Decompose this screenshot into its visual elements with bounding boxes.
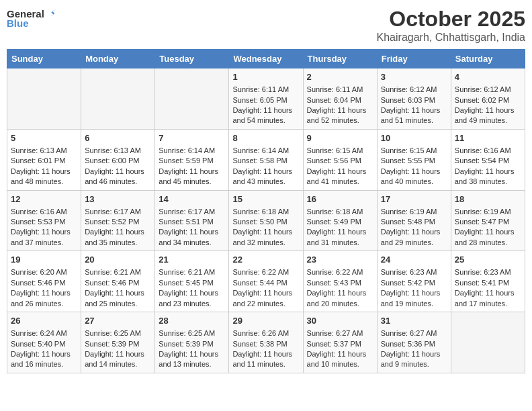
weekday-header-sunday: Sunday [7,50,81,68]
calendar-cell: 1Sunrise: 6:11 AMSunset: 6:05 PMDaylight… [229,68,303,130]
day-number: 23 [307,254,373,266]
day-number: 18 [455,193,521,205]
day-info: Sunrise: 6:14 AMSunset: 5:59 PMDaylight:… [159,146,225,187]
day-info: Sunrise: 6:13 AMSunset: 6:01 PMDaylight:… [11,146,77,187]
day-info: Sunrise: 6:25 AMSunset: 5:39 PMDaylight:… [85,328,151,370]
day-number: 21 [159,254,225,266]
logo-bird-icon [46,7,59,20]
day-number: 17 [381,193,447,205]
calendar-cell: 11Sunrise: 6:16 AMSunset: 5:54 PMDayligh… [451,129,525,190]
day-info: Sunrise: 6:17 AMSunset: 5:52 PMDaylight:… [85,207,151,248]
calendar-cell: 29Sunrise: 6:26 AMSunset: 5:38 PMDayligh… [229,312,303,373]
calendar-cell: 6Sunrise: 6:13 AMSunset: 6:00 PMDaylight… [81,129,155,190]
day-number: 1 [232,71,299,83]
day-info: Sunrise: 6:18 AMSunset: 5:49 PMDaylight:… [307,207,373,248]
calendar-cell: 31Sunrise: 6:27 AMSunset: 5:36 PMDayligh… [377,312,451,373]
day-number: 20 [85,254,151,266]
calendar-cell: 20Sunrise: 6:21 AMSunset: 5:46 PMDayligh… [81,251,155,312]
weekday-header-thursday: Thursday [303,50,377,68]
weekday-header-friday: Friday [377,50,451,68]
calendar-cell: 23Sunrise: 6:22 AMSunset: 5:43 PMDayligh… [303,251,377,312]
day-number: 26 [11,315,77,327]
calendar-week-2: 5Sunrise: 6:13 AMSunset: 6:01 PMDaylight… [7,129,525,190]
calendar-week-1: 1Sunrise: 6:11 AMSunset: 6:05 PMDaylight… [7,68,525,130]
calendar-cell [81,68,155,130]
calendar-cell: 10Sunrise: 6:15 AMSunset: 5:55 PMDayligh… [377,129,451,190]
day-info: Sunrise: 6:16 AMSunset: 5:54 PMDaylight:… [455,146,521,187]
calendar-cell: 21Sunrise: 6:21 AMSunset: 5:45 PMDayligh… [155,251,229,312]
day-number: 24 [381,254,447,266]
day-info: Sunrise: 6:21 AMSunset: 5:46 PMDaylight:… [85,267,151,309]
day-info: Sunrise: 6:11 AMSunset: 6:04 PMDaylight:… [307,85,373,126]
day-info: Sunrise: 6:20 AMSunset: 5:46 PMDaylight:… [11,267,77,309]
day-info: Sunrise: 6:19 AMSunset: 5:48 PMDaylight:… [381,207,447,248]
calendar-week-4: 19Sunrise: 6:20 AMSunset: 5:46 PMDayligh… [7,251,525,312]
calendar-week-3: 12Sunrise: 6:16 AMSunset: 5:53 PMDayligh… [7,190,525,251]
day-info: Sunrise: 6:23 AMSunset: 5:41 PMDaylight:… [455,267,521,309]
calendar-cell: 15Sunrise: 6:18 AMSunset: 5:50 PMDayligh… [229,190,303,251]
logo-text-blue: Blue [7,17,29,29]
day-info: Sunrise: 6:19 AMSunset: 5:47 PMDaylight:… [455,207,521,248]
day-info: Sunrise: 6:14 AMSunset: 5:58 PMDaylight:… [232,146,299,187]
calendar-cell: 17Sunrise: 6:19 AMSunset: 5:48 PMDayligh… [377,190,451,251]
day-info: Sunrise: 6:24 AMSunset: 5:40 PMDaylight:… [11,328,77,370]
day-info: Sunrise: 6:12 AMSunset: 6:02 PMDaylight:… [455,85,521,126]
day-number: 13 [85,193,151,205]
day-info: Sunrise: 6:23 AMSunset: 5:42 PMDaylight:… [381,267,447,309]
day-info: Sunrise: 6:18 AMSunset: 5:50 PMDaylight:… [232,207,299,248]
logo-container: General Blue [7,7,59,29]
day-number: 22 [232,254,299,266]
calendar-cell: 12Sunrise: 6:16 AMSunset: 5:53 PMDayligh… [7,190,81,251]
calendar-cell: 26Sunrise: 6:24 AMSunset: 5:40 PMDayligh… [7,312,81,373]
day-number: 9 [307,132,373,144]
day-number: 10 [381,132,447,144]
day-info: Sunrise: 6:25 AMSunset: 5:39 PMDaylight:… [159,328,225,370]
calendar-cell: 30Sunrise: 6:27 AMSunset: 5:37 PMDayligh… [303,312,377,373]
calendar-cell: 2Sunrise: 6:11 AMSunset: 6:04 PMDaylight… [303,68,377,130]
day-number: 16 [307,193,373,205]
calendar-cell: 22Sunrise: 6:22 AMSunset: 5:44 PMDayligh… [229,251,303,312]
weekday-header-monday: Monday [81,50,155,68]
day-number: 11 [455,132,521,144]
day-info: Sunrise: 6:15 AMSunset: 5:55 PMDaylight:… [381,146,447,187]
weekday-header-saturday: Saturday [451,50,525,68]
day-number: 29 [232,315,299,327]
day-number: 12 [11,193,77,205]
calendar-cell: 27Sunrise: 6:25 AMSunset: 5:39 PMDayligh… [81,312,155,373]
calendar-cell: 7Sunrise: 6:14 AMSunset: 5:59 PMDaylight… [155,129,229,190]
day-info: Sunrise: 6:12 AMSunset: 6:03 PMDaylight:… [381,85,447,126]
day-number: 6 [85,132,151,144]
calendar-cell: 14Sunrise: 6:17 AMSunset: 5:51 PMDayligh… [155,190,229,251]
calendar-cell: 9Sunrise: 6:15 AMSunset: 5:56 PMDaylight… [303,129,377,190]
weekday-header-tuesday: Tuesday [155,50,229,68]
header: General Blue October 2025 Khairagarh, Ch… [7,7,525,44]
calendar-body: 1Sunrise: 6:11 AMSunset: 6:05 PMDaylight… [7,68,525,373]
location-title: Khairagarh, Chhattisgarh, India [377,32,525,44]
calendar-cell [7,68,81,130]
logo: General Blue [7,7,59,29]
day-info: Sunrise: 6:27 AMSunset: 5:37 PMDaylight:… [307,328,373,370]
calendar-cell: 18Sunrise: 6:19 AMSunset: 5:47 PMDayligh… [451,190,525,251]
calendar-header: SundayMondayTuesdayWednesdayThursdayFrid… [7,50,525,68]
day-number: 2 [307,71,373,83]
day-number: 25 [455,254,521,266]
title-area: October 2025 Khairagarh, Chhattisgarh, I… [377,7,525,44]
calendar-cell: 28Sunrise: 6:25 AMSunset: 5:39 PMDayligh… [155,312,229,373]
day-info: Sunrise: 6:26 AMSunset: 5:38 PMDaylight:… [232,328,299,370]
calendar-cell: 8Sunrise: 6:14 AMSunset: 5:58 PMDaylight… [229,129,303,190]
day-info: Sunrise: 6:16 AMSunset: 5:53 PMDaylight:… [11,207,77,248]
calendar-cell: 13Sunrise: 6:17 AMSunset: 5:52 PMDayligh… [81,190,155,251]
day-number: 3 [381,71,447,83]
day-info: Sunrise: 6:17 AMSunset: 5:51 PMDaylight:… [159,207,225,248]
calendar-cell: 4Sunrise: 6:12 AMSunset: 6:02 PMDaylight… [451,68,525,130]
day-number: 19 [11,254,77,266]
day-info: Sunrise: 6:11 AMSunset: 6:05 PMDaylight:… [232,85,299,126]
calendar-cell: 25Sunrise: 6:23 AMSunset: 5:41 PMDayligh… [451,251,525,312]
calendar-cell [155,68,229,130]
day-number: 14 [159,193,225,205]
day-info: Sunrise: 6:21 AMSunset: 5:45 PMDaylight:… [159,267,225,309]
calendar-cell: 5Sunrise: 6:13 AMSunset: 6:01 PMDaylight… [7,129,81,190]
weekday-header-wednesday: Wednesday [229,50,303,68]
month-title: October 2025 [377,7,525,32]
day-number: 27 [85,315,151,327]
